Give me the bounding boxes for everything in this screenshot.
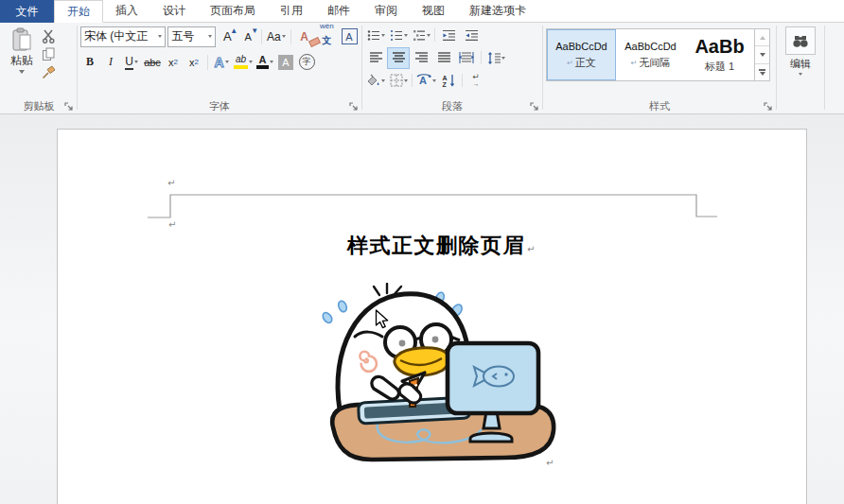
grow-font-button[interactable]: A▲ bbox=[218, 26, 237, 46]
tab-view[interactable]: 视图 bbox=[410, 0, 457, 23]
group-paragraph: A AZ ↵→ 段落 bbox=[362, 23, 542, 113]
header-boundary-line bbox=[143, 192, 730, 224]
underline-button[interactable]: U bbox=[122, 52, 141, 72]
separator bbox=[412, 74, 413, 87]
document-canvas[interactable]: ↵ ↵ 样式正文删除页眉↵ bbox=[0, 114, 844, 504]
character-border-button[interactable]: A bbox=[340, 26, 359, 46]
clear-formatting-button[interactable]: A bbox=[295, 26, 314, 46]
tab-mailings[interactable]: 邮件 bbox=[315, 0, 362, 23]
font-name-value: 宋体 (中文正 bbox=[84, 28, 158, 44]
show-hide-marks-button[interactable]: ↵→ bbox=[466, 71, 486, 91]
italic-button[interactable]: I bbox=[101, 52, 120, 72]
increase-indent-button[interactable] bbox=[461, 26, 482, 45]
shading-button[interactable] bbox=[365, 71, 386, 91]
font-size-combo[interactable]: 五号 bbox=[167, 26, 216, 47]
find-binoculars-icon bbox=[792, 34, 809, 48]
tab-review[interactable]: 审阅 bbox=[362, 0, 410, 23]
separator bbox=[481, 51, 482, 64]
paragraph-mark: ↵ bbox=[167, 179, 175, 188]
decrease-indent-button[interactable] bbox=[438, 26, 459, 45]
phonetic-guide-button[interactable]: wén文 bbox=[316, 26, 339, 46]
paste-button[interactable]: 粘贴 bbox=[4, 24, 40, 98]
tab-file[interactable]: 文件 bbox=[0, 0, 54, 23]
paragraph-group-label: 段落 bbox=[442, 99, 463, 113]
svg-text:Z: Z bbox=[442, 81, 447, 87]
separator bbox=[207, 55, 208, 70]
strikethrough-button[interactable]: abc bbox=[143, 52, 162, 72]
mouse-cursor bbox=[375, 309, 389, 329]
align-right-button[interactable] bbox=[411, 48, 431, 68]
character-shading-button[interactable]: A bbox=[276, 52, 295, 72]
styles-scroll-down-button[interactable] bbox=[755, 46, 769, 63]
clipboard-dialog-launcher-icon[interactable] bbox=[64, 102, 74, 112]
ribbon-tab-bar: 文件 开始 插入 设计 页面布局 引用 邮件 审阅 视图 新建选项卡 bbox=[0, 0, 844, 23]
enclose-characters-button[interactable]: 字 bbox=[297, 52, 316, 72]
highlight-color-bar bbox=[234, 65, 248, 69]
document-title[interactable]: 样式正文删除页眉↵ bbox=[170, 232, 713, 260]
text-effects-button[interactable]: A bbox=[212, 52, 231, 72]
tab-new-tab[interactable]: 新建选项卡 bbox=[457, 0, 538, 23]
font-group-label: 字体 bbox=[209, 99, 230, 113]
align-center-button[interactable] bbox=[388, 48, 409, 68]
document-page[interactable]: ↵ ↵ 样式正文删除页眉↵ bbox=[57, 129, 807, 504]
tab-design[interactable]: 设计 bbox=[150, 0, 198, 23]
paragraph-mark: ↵ bbox=[546, 459, 554, 468]
separator bbox=[261, 29, 262, 44]
group-font: 宋体 (中文正 五号 A▲ A▼ Aa A wén文 bbox=[78, 23, 361, 113]
style-heading-1[interactable]: AaBb 标题 1 bbox=[685, 29, 754, 80]
tab-home[interactable]: 开始 bbox=[54, 0, 103, 23]
tab-page-layout[interactable]: 页面布局 bbox=[198, 0, 268, 23]
paragraph-mark: ↵ bbox=[527, 244, 536, 254]
superscript-button[interactable]: x2 bbox=[185, 52, 203, 72]
styles-scroll-up-button[interactable] bbox=[755, 29, 769, 46]
multilevel-list-button[interactable] bbox=[411, 26, 431, 45]
shrink-arrow: ▼ bbox=[251, 26, 258, 35]
copy-icon[interactable] bbox=[42, 47, 56, 61]
ribbon-home: 粘贴 剪贴板 宋体 (中文正 bbox=[0, 23, 844, 114]
style-no-spacing[interactable]: AaBbCcDd ↵无间隔 bbox=[616, 29, 685, 80]
editing-group-label: 编辑 bbox=[790, 57, 811, 71]
clipboard-icon bbox=[11, 27, 32, 52]
align-left-button[interactable] bbox=[365, 48, 386, 68]
styles-more-button[interactable] bbox=[755, 64, 769, 80]
change-case-button[interactable]: Aa bbox=[266, 26, 286, 46]
cut-icon[interactable] bbox=[42, 29, 56, 43]
group-editing[interactable]: 编辑 bbox=[777, 23, 824, 113]
styles-gallery-scrollbar bbox=[754, 29, 769, 80]
bold-button[interactable]: B bbox=[80, 52, 99, 72]
tab-insert[interactable]: 插入 bbox=[103, 0, 150, 23]
paste-dropdown-arrow[interactable] bbox=[19, 70, 25, 74]
format-painter-icon[interactable] bbox=[42, 65, 56, 79]
svg-text:A: A bbox=[419, 75, 427, 86]
style-normal[interactable]: AaBbCcDd ↵正文 bbox=[547, 29, 616, 80]
font-name-combo[interactable]: 宋体 (中文正 bbox=[80, 26, 166, 47]
font-dialog-launcher-icon[interactable] bbox=[349, 102, 359, 112]
asian-layout-button[interactable]: A bbox=[415, 71, 436, 91]
separator bbox=[290, 29, 291, 44]
svg-text:A: A bbox=[442, 75, 447, 81]
text-highlight-button[interactable]: ab bbox=[233, 52, 254, 72]
separator bbox=[434, 28, 435, 42]
group-clipboard: 粘贴 剪贴板 bbox=[1, 23, 77, 113]
justify-button[interactable] bbox=[433, 48, 454, 68]
borders-button[interactable] bbox=[388, 71, 409, 91]
styles-dialog-launcher-icon[interactable] bbox=[764, 102, 773, 112]
font-size-dropdown-arrow[interactable] bbox=[208, 35, 212, 38]
paragraph-dialog-launcher-icon[interactable] bbox=[530, 102, 539, 112]
subscript-button[interactable]: x2 bbox=[164, 52, 183, 72]
numbering-button[interactable] bbox=[388, 26, 409, 45]
distribute-text-button[interactable] bbox=[456, 48, 477, 68]
line-spacing-button[interactable] bbox=[485, 48, 506, 68]
separator bbox=[462, 74, 463, 87]
font-name-dropdown-arrow[interactable] bbox=[158, 35, 162, 38]
sort-button[interactable]: AZ bbox=[438, 71, 459, 91]
shrink-font-button[interactable]: A▼ bbox=[238, 26, 257, 46]
group-separator bbox=[824, 26, 825, 110]
bullets-button[interactable] bbox=[365, 26, 386, 45]
font-color-button[interactable]: A bbox=[255, 52, 274, 72]
tab-references[interactable]: 引用 bbox=[268, 0, 315, 23]
tab-bar-filler bbox=[538, 0, 844, 23]
editing-dropdown-arrow bbox=[799, 73, 802, 76]
font-size-value: 五号 bbox=[171, 28, 208, 44]
inline-cartoon-image[interactable] bbox=[319, 283, 559, 468]
